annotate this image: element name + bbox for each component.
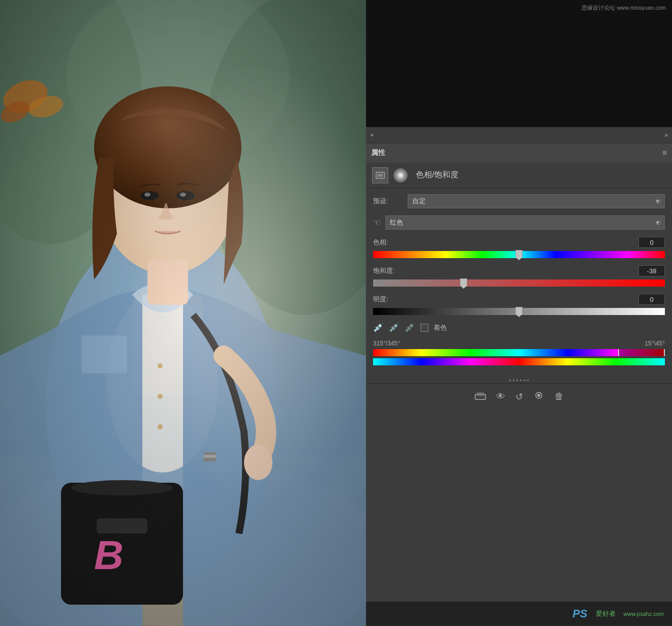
range-header: 315°/345° 15°\45° <box>373 340 665 347</box>
range-section: 315°/345° 15°\45° <box>373 340 665 365</box>
svg-point-38 <box>537 394 540 397</box>
visibility-icon[interactable]: 👁 <box>496 391 505 402</box>
saturation-label: 饱和度: <box>373 266 395 275</box>
channel-row: ☜ 红色 ▼ <box>373 215 665 230</box>
top-dark-area: 思缘设计论坛 www.missyuan.com <box>366 0 672 127</box>
saturation-slider-thumb[interactable] <box>460 278 467 289</box>
saturation-value: -38 <box>647 267 657 275</box>
layer-visibility-icon[interactable] <box>393 168 408 182</box>
panel-title: 属性 <box>371 148 385 158</box>
hand-tool-icon[interactable]: ☜ <box>373 217 381 228</box>
eyedropper-add-icon[interactable]: 💉 <box>389 322 400 333</box>
grip-dots <box>366 378 672 383</box>
colorize-checkbox[interactable] <box>420 324 429 332</box>
panel-menu-icon[interactable]: ≡ <box>662 148 667 158</box>
saturation-slider-track[interactable] <box>373 279 665 287</box>
ps-logo: PS <box>572 607 587 620</box>
channel-arrow: ▼ <box>655 220 660 226</box>
preview-icon[interactable] <box>533 391 544 402</box>
watermark: 思缘设计论坛 www.missyuan.com <box>582 4 666 12</box>
range-color-bar-bottom <box>373 358 665 365</box>
preset-select-wrapper[interactable]: 自定 ▼ <box>408 194 665 208</box>
tools-row: 💉 💉 💉 着色 <box>373 322 665 333</box>
spectrum-bar-2 <box>373 358 665 365</box>
channel-value: 红色 <box>390 218 655 227</box>
preset-select[interactable]: 自定 ▼ <box>408 194 665 208</box>
range-color-bar-top[interactable] <box>373 349 665 356</box>
layer-type-icon[interactable] <box>372 167 388 183</box>
preset-label: 预设: <box>373 197 404 206</box>
layer-icon-row: 色相/饱和度 <box>366 163 672 188</box>
preset-arrow: ▼ <box>655 198 660 204</box>
lightness-slider-track[interactable] <box>373 308 665 315</box>
collapse-button[interactable]: » <box>664 131 668 139</box>
photo-area: B <box>0 0 366 626</box>
bottom-logos: PS 爱好者 www.psahz.com <box>366 602 672 626</box>
layer-section-title: 色相/饱和度 <box>416 170 459 180</box>
hue-section: 色相: 0 <box>373 237 665 258</box>
panel-content: 预设: 自定 ▼ ☜ 红色 ▼ <box>366 188 672 378</box>
hue-slider-track[interactable] <box>373 251 665 258</box>
hue-label: 色相: <box>373 238 388 247</box>
saturation-value-box[interactable]: -38 <box>638 265 665 276</box>
lightness-header: 明度: 0 <box>373 294 665 305</box>
properties-panel: × » 属性 ≡ 色相/饱和度 预设: <box>366 127 672 602</box>
eyedropper-icon[interactable]: 💉 <box>373 322 384 333</box>
range-selector-handles[interactable] <box>373 349 665 356</box>
hue-value-box[interactable]: 0 <box>638 237 665 248</box>
reset-icon[interactable]: ↺ <box>515 391 523 402</box>
lightness-label: 明度: <box>373 295 388 304</box>
bottom-action-bar: 👁 ↺ 🗑 <box>366 383 672 410</box>
panel-topbar: × » <box>366 127 672 143</box>
clip-layer-icon[interactable] <box>475 390 486 403</box>
lightness-section: 明度: 0 <box>373 294 665 315</box>
saturation-section: 饱和度: -38 <box>373 265 665 287</box>
lightness-slider-thumb[interactable] <box>515 307 523 317</box>
eyedropper-sub-icon[interactable]: 💉 <box>405 322 415 333</box>
channel-select[interactable]: 红色 ▼ <box>385 215 665 230</box>
site-label: 爱好者 <box>596 609 616 618</box>
saturation-header: 饱和度: -38 <box>373 265 665 276</box>
hue-header: 色相: 0 <box>373 237 665 248</box>
preset-row: 预设: 自定 ▼ <box>373 194 665 208</box>
site-url: www.psahz.com <box>624 611 664 617</box>
panel-title-bar: 属性 ≡ <box>366 143 672 163</box>
hue-slider-thumb[interactable] <box>515 250 523 260</box>
lightness-value: 0 <box>650 296 653 303</box>
range-right-label: 15°\45° <box>645 340 665 347</box>
lightness-value-box[interactable]: 0 <box>638 294 665 305</box>
close-button[interactable]: × <box>370 131 374 139</box>
panel-topbar-left: × <box>370 131 374 139</box>
hue-value: 0 <box>650 239 653 246</box>
delete-icon[interactable]: 🗑 <box>555 391 564 402</box>
svg-rect-34 <box>378 174 383 177</box>
preset-value: 自定 <box>412 197 655 206</box>
range-left-label: 315°/345° <box>373 340 400 347</box>
svg-rect-36 <box>477 392 484 396</box>
channel-select-wrapper[interactable]: 红色 ▼ <box>385 215 665 230</box>
right-panel: 思缘设计论坛 www.missyuan.com × » 属性 ≡ 色相/饱和度 <box>366 0 672 626</box>
colorize-label: 着色 <box>434 323 447 332</box>
svg-rect-32 <box>0 0 366 626</box>
